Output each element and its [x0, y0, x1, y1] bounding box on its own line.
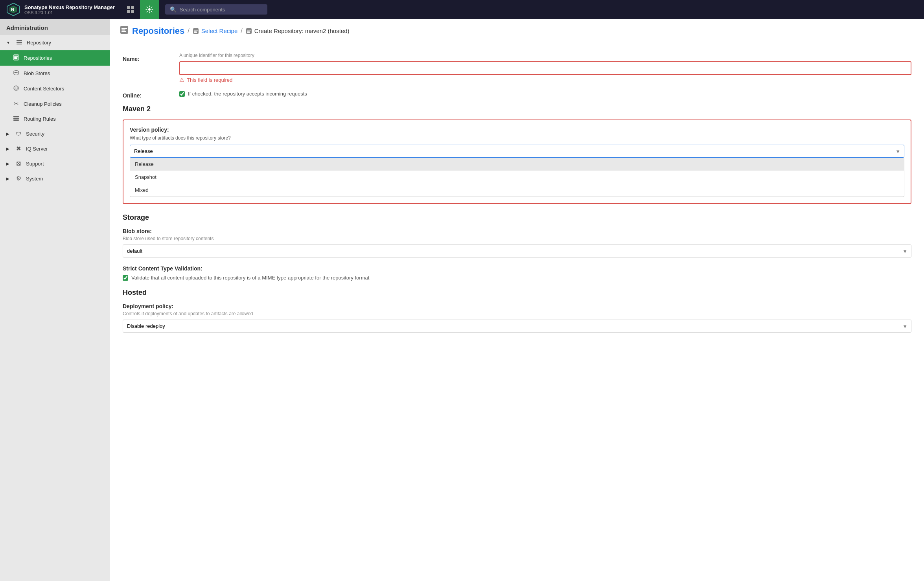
repositories-icon [13, 54, 20, 62]
system-icon: ⚙ [15, 175, 22, 182]
sidebar-item-iq-server[interactable]: ▶ ✖ IQ Server [0, 141, 110, 156]
breadcrumb-repositories-link[interactable]: Repositories [132, 26, 184, 36]
layout: Administration ▼ Repository Repositories [0, 19, 924, 581]
svg-rect-20 [13, 120, 19, 121]
sidebar-item-cleanup-policies[interactable]: ✂ Cleanup Policies [0, 96, 110, 111]
security-icon: 🛡 [15, 131, 22, 137]
online-label: Online: [123, 89, 170, 99]
dropdown-option-release[interactable]: Release [130, 158, 904, 171]
svg-rect-3 [127, 6, 130, 9]
name-field: A unique identifier for this repository … [179, 53, 911, 83]
chevron-right-icon-iq: ▶ [6, 147, 9, 151]
sidebar-children-repository: Repositories Blob Stores Content Selecto… [0, 50, 110, 127]
chevron-right-icon-system: ▶ [6, 177, 9, 181]
breadcrumb-select-recipe-link[interactable]: Select Recipe [193, 28, 238, 34]
sidebar-item-support-label: Support [26, 161, 44, 167]
svg-rect-4 [131, 6, 134, 9]
svg-rect-10 [17, 44, 22, 44]
sidebar-group-iq-server: ▶ ✖ IQ Server [0, 141, 110, 156]
name-input[interactable] [179, 61, 911, 75]
cleanup-policies-icon: ✂ [13, 100, 20, 107]
content-selectors-icon [13, 85, 20, 92]
deployment-policy-select[interactable]: Allow redeploy Disable redeploy Read-onl… [123, 320, 911, 333]
breadcrumb: Repositories / Select Recipe / Create Re… [110, 19, 924, 43]
svg-rect-13 [14, 57, 17, 58]
error-icon: ⚠ [179, 77, 184, 83]
strict-content-hint: Validate that all content uploaded to th… [131, 275, 369, 281]
search-icon: 🔍 [170, 6, 177, 13]
routing-rules-icon [13, 115, 20, 123]
version-policy-select-wrapper: Release Snapshot Mixed ▼ [130, 145, 904, 158]
online-hint: If checked, the repository accepts incom… [188, 91, 307, 97]
online-field: If checked, the repository accepts incom… [179, 89, 911, 97]
version-policy-label: Version policy: [130, 127, 904, 133]
topbar-title: Sonatype Nexus Repository Manager OSS 3.… [24, 4, 115, 15]
blob-store-select-wrapper: default ▼ [123, 245, 911, 257]
deployment-policy-block: Deployment policy: Controls if deploymen… [123, 303, 911, 333]
sidebar-item-system-label: System [26, 176, 43, 182]
svg-rect-30 [247, 30, 251, 31]
blob-store-block: Blob store: Blob store used to store rep… [123, 228, 911, 257]
dropdown-option-mixed[interactable]: Mixed [130, 184, 904, 197]
sidebar-item-routing-rules-label: Routing Rules [24, 116, 56, 122]
chevron-right-icon-support: ▶ [6, 162, 9, 166]
sidebar-item-repositories-label: Repositories [24, 55, 52, 61]
sidebar-item-blob-stores-label: Blob Stores [24, 70, 50, 76]
sidebar-item-cleanup-policies-label: Cleanup Policies [24, 101, 62, 107]
hosted-section: Hosted Deployment policy: Controls if de… [123, 289, 911, 333]
topbar-brand: N Sonatype Nexus Repository Manager OSS … [0, 2, 121, 17]
blob-store-label: Blob store: [123, 228, 911, 234]
sidebar-item-system[interactable]: ▶ ⚙ System [0, 171, 110, 186]
breadcrumb-current: Create Repository: maven2 (hosted) [246, 28, 350, 34]
sidebar-group-repository: ▼ Repository Repositories [0, 35, 110, 127]
sidebar-item-content-selectors-label: Content Selectors [24, 86, 64, 92]
strict-content-checkbox[interactable] [123, 275, 128, 281]
name-error-text: This field is required [187, 77, 232, 83]
sidebar-item-security[interactable]: ▶ 🛡 Security [0, 127, 110, 141]
blob-stores-icon [13, 70, 20, 77]
browse-button[interactable] [121, 0, 140, 19]
sidebar-item-blob-stores[interactable]: Blob Stores [0, 66, 110, 81]
sidebar-admin-label: Administration [0, 19, 110, 35]
name-error-message: ⚠ This field is required [179, 77, 911, 83]
sidebar-item-content-selectors[interactable]: Content Selectors [0, 81, 110, 96]
topbar: N Sonatype Nexus Repository Manager OSS … [0, 0, 924, 19]
svg-text:N: N [11, 7, 14, 12]
sidebar-item-support[interactable]: ▶ ⊠ Support [0, 156, 110, 171]
sidebar-item-repository[interactable]: ▼ Repository [0, 35, 110, 50]
search-bar[interactable]: 🔍 Search components [165, 4, 267, 15]
sidebar-item-routing-rules[interactable]: Routing Rules [0, 111, 110, 127]
svg-rect-5 [127, 10, 130, 13]
svg-rect-6 [131, 10, 134, 13]
svg-rect-24 [121, 31, 126, 32]
sidebar-item-repository-label: Repository [27, 40, 51, 46]
strict-content-checkbox-row: Validate that all content uploaded to th… [123, 273, 911, 281]
svg-rect-8 [17, 40, 22, 41]
online-checkbox[interactable] [179, 91, 185, 97]
deployment-policy-select-wrapper: Allow redeploy Disable redeploy Read-onl… [123, 320, 911, 333]
version-policy-select[interactable]: Release Snapshot Mixed [130, 145, 904, 158]
dropdown-option-snapshot[interactable]: Snapshot [130, 171, 904, 184]
storage-section-title: Storage [123, 213, 911, 222]
hosted-section-title: Hosted [123, 289, 911, 297]
sidebar-group-security: ▶ 🛡 Security [0, 127, 110, 141]
breadcrumb-sep-2: / [241, 28, 242, 35]
settings-button[interactable] [140, 0, 159, 19]
name-label: Name: [123, 53, 170, 62]
chevron-right-icon: ▶ [6, 132, 9, 136]
search-placeholder: Search components [180, 7, 225, 13]
storage-section: Storage Blob store: Blob store used to s… [123, 213, 911, 281]
svg-rect-12 [14, 56, 18, 57]
svg-rect-31 [247, 31, 250, 32]
app-version: OSS 3.20.1-01 [24, 10, 115, 15]
form-area: Name: A unique identifier for this repos… [110, 43, 924, 581]
svg-point-16 [14, 86, 18, 90]
nexus-logo: N [6, 2, 20, 17]
blob-store-select[interactable]: default [123, 245, 911, 257]
sidebar-item-repositories[interactable]: Repositories [0, 50, 110, 66]
svg-rect-32 [247, 32, 250, 33]
app-name: Sonatype Nexus Repository Manager [24, 4, 115, 10]
sidebar-group-system: ▶ ⚙ System [0, 171, 110, 186]
name-row: Name: A unique identifier for this repos… [123, 53, 911, 83]
svg-rect-27 [194, 31, 197, 32]
